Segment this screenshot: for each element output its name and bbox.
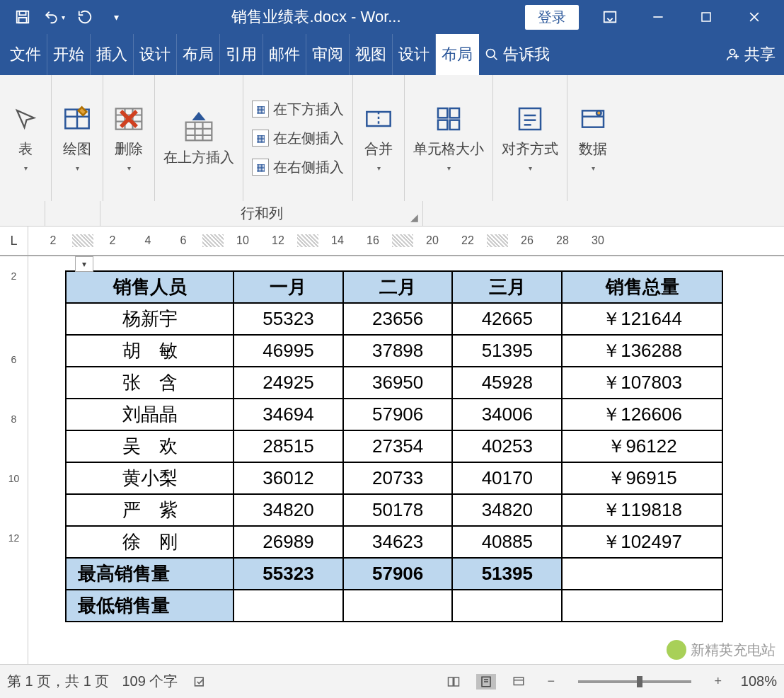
cell[interactable]: 57906 xyxy=(343,558,453,590)
cell[interactable]: 40885 xyxy=(452,526,562,558)
tab-selector-icon[interactable]: L xyxy=(0,227,28,255)
cell[interactable] xyxy=(343,590,453,622)
cell[interactable]: 徐 刚 xyxy=(66,526,234,558)
cell[interactable]: 黄小梨 xyxy=(66,462,234,494)
cell[interactable]: 20733 xyxy=(343,462,453,494)
cell[interactable]: 34623 xyxy=(343,526,453,558)
ribbon-draw-group[interactable]: 绘图▾ xyxy=(52,75,103,201)
zoom-thumb[interactable] xyxy=(637,676,642,687)
cell[interactable]: ￥126606 xyxy=(562,399,722,430)
undo-icon[interactable]: ▾ xyxy=(42,6,65,28)
cell[interactable] xyxy=(562,558,722,590)
cell[interactable]: 46995 xyxy=(234,335,343,367)
cell[interactable]: 刘晶晶 xyxy=(66,399,234,430)
header-jan[interactable]: 一月 xyxy=(234,271,343,303)
cell[interactable]: 24925 xyxy=(234,367,343,399)
table-row[interactable]: 杨新宇553232365642665￥121644 xyxy=(66,303,722,335)
tab-design[interactable]: 设计 xyxy=(134,34,177,75)
header-feb[interactable]: 二月 xyxy=(343,271,453,303)
insert-right-button[interactable]: ▦在右侧插入 xyxy=(252,158,344,177)
table-row-min[interactable]: 最低销售量 xyxy=(66,590,722,622)
cell[interactable]: 严 紫 xyxy=(66,494,234,526)
cell[interactable]: 40170 xyxy=(452,462,562,494)
insert-left-button[interactable]: ▦在左侧插入 xyxy=(252,129,344,148)
cell[interactable]: 27354 xyxy=(343,430,453,462)
cell[interactable]: 42665 xyxy=(452,303,562,335)
web-layout-icon[interactable] xyxy=(509,674,529,690)
cell[interactable]: 最低销售量 xyxy=(66,590,234,622)
cell[interactable]: ￥121644 xyxy=(562,303,722,335)
dialog-launcher-icon[interactable]: ◢ xyxy=(410,212,418,223)
zoom-slider[interactable] xyxy=(578,680,691,683)
table-row[interactable]: 黄小梨360122073340170￥96915 xyxy=(66,462,722,494)
cell[interactable]: 吴 欢 xyxy=(66,430,234,462)
table-row-max[interactable]: 最高销售量553235790651395 xyxy=(66,558,722,590)
cell[interactable]: 34006 xyxy=(452,399,562,430)
cell[interactable]: 57906 xyxy=(343,399,453,430)
cell[interactable]: ￥102497 xyxy=(562,526,722,558)
tab-references[interactable]: 引用 xyxy=(220,34,263,75)
cell[interactable] xyxy=(562,590,722,622)
ribbon-options-icon[interactable] xyxy=(599,6,621,28)
ribbon-align-group[interactable]: 对齐方式▾ xyxy=(493,75,567,201)
cell[interactable]: 55323 xyxy=(234,303,343,335)
sales-table[interactable]: 销售人员 一月 二月 三月 销售总量 杨新宇553232365642665￥12… xyxy=(65,270,723,622)
table-row[interactable]: 胡 敏469953789851395￥136288 xyxy=(66,335,722,367)
spell-check-icon[interactable] xyxy=(190,674,210,690)
login-button[interactable]: 登录 xyxy=(525,5,579,30)
page[interactable]: ▾ 销售人员 一月 二月 三月 销售总量 杨新宇553232365642665￥… xyxy=(28,256,784,664)
ribbon-delete-group[interactable]: 删除▾ xyxy=(103,75,155,201)
table-row[interactable]: 张 含249253695045928￥107803 xyxy=(66,367,722,399)
header-name[interactable]: 销售人员 xyxy=(66,271,234,303)
tab-view[interactable]: 视图 xyxy=(350,34,393,75)
qat-customize-icon[interactable]: ▾ xyxy=(105,6,127,28)
cell[interactable] xyxy=(234,590,343,622)
ribbon-merge-group[interactable]: 合并▾ xyxy=(353,75,405,201)
ribbon-data-group[interactable]: 数据▾ xyxy=(567,75,618,201)
ribbon-insert-above-group[interactable]: 在上方插入 xyxy=(155,75,243,201)
cell[interactable]: ￥96915 xyxy=(562,462,722,494)
cell[interactable]: ￥136288 xyxy=(562,335,722,367)
insert-below-button[interactable]: ▦在下方插入 xyxy=(252,100,344,119)
cell[interactable]: 36950 xyxy=(343,367,453,399)
cell[interactable]: 51395 xyxy=(452,558,562,590)
cell[interactable]: ￥107803 xyxy=(562,367,722,399)
cell[interactable]: 胡 敏 xyxy=(66,335,234,367)
cell[interactable]: ￥119818 xyxy=(562,494,722,526)
tab-home[interactable]: 开始 xyxy=(47,34,91,75)
cell[interactable]: 45928 xyxy=(452,367,562,399)
minimize-icon[interactable] xyxy=(647,6,669,28)
cell[interactable]: 37898 xyxy=(343,335,453,367)
cell[interactable]: 28515 xyxy=(234,430,343,462)
cell[interactable]: 最高销售量 xyxy=(66,558,234,590)
tab-table-design[interactable]: 设计 xyxy=(393,34,436,75)
cell[interactable] xyxy=(452,590,562,622)
tab-review[interactable]: 审阅 xyxy=(306,34,350,75)
tab-file[interactable]: 文件 xyxy=(4,34,47,75)
ruler-vertical[interactable]: 2 6 8 10 12 xyxy=(0,256,28,664)
tab-insert[interactable]: 插入 xyxy=(91,34,134,75)
cell[interactable]: 34820 xyxy=(452,494,562,526)
print-layout-icon[interactable] xyxy=(476,674,496,690)
zoom-level[interactable]: 108% xyxy=(741,673,777,690)
share-button[interactable]: 共享 xyxy=(720,44,780,65)
cell[interactable]: 26989 xyxy=(234,526,343,558)
ruler-horizontal[interactable]: L 2 2 4 6 10 12 14 16 20 22 26 28 30 xyxy=(0,227,784,256)
cell[interactable]: 杨新宇 xyxy=(66,303,234,335)
page-indicator[interactable]: 第 1 页，共 1 页 xyxy=(7,672,109,691)
cell[interactable]: 50178 xyxy=(343,494,453,526)
table-row[interactable]: 严 紫348205017834820￥119818 xyxy=(66,494,722,526)
table-row[interactable]: 刘晶晶346945790634006￥126606 xyxy=(66,399,722,430)
cell[interactable]: 34694 xyxy=(234,399,343,430)
cell[interactable]: 51395 xyxy=(452,335,562,367)
tell-me-search[interactable]: 告诉我 xyxy=(479,44,555,65)
cell[interactable]: 55323 xyxy=(234,558,343,590)
close-icon[interactable] xyxy=(743,6,766,28)
word-count[interactable]: 109 个字 xyxy=(122,672,178,691)
tab-mail[interactable]: 邮件 xyxy=(263,34,306,75)
maximize-icon[interactable] xyxy=(695,6,717,28)
read-mode-icon[interactable] xyxy=(444,674,463,690)
header-mar[interactable]: 三月 xyxy=(452,271,562,303)
redo-icon[interactable] xyxy=(74,6,96,28)
cell[interactable]: 张 含 xyxy=(66,367,234,399)
